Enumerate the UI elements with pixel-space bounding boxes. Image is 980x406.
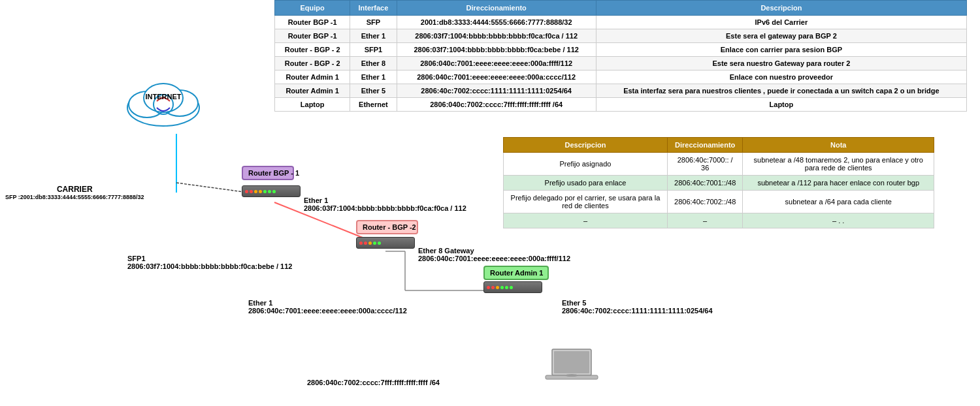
main-table: Equipo Interface Direccionamiento Descri…	[274, 0, 967, 112]
table-cell: –	[667, 213, 743, 228]
table-row: Prefijo usado para enlace2806:40c:7001::…	[504, 176, 934, 191]
table-cell: 2001:db8:3333:4444:5555:6666:7777:8888/3…	[397, 16, 596, 29]
svg-rect-14	[554, 351, 589, 373]
table-cell: 2806:040c:7001:eeee:eeee:eeee:000a:ffff/…	[397, 57, 596, 70]
table-cell: Prefijo delegado por el carrier, se usar…	[504, 191, 668, 213]
table-cell: Router BGP -1	[275, 29, 350, 43]
table-cell: Ether 8	[350, 57, 397, 70]
table-cell: Router - BGP - 2	[275, 57, 350, 70]
table-cell: IPv6 del Carrier	[596, 16, 966, 29]
col-interface: Interface	[350, 1, 397, 16]
table-cell: Ether 1	[350, 70, 397, 84]
router-admin1-device: Router Admin 1	[483, 281, 542, 293]
laptop-addr-label: 2806:040c:7002:cccc:7fff:ffff:ffff:ffff …	[307, 379, 440, 386]
table-row: Router - BGP - 2Ether 82806:040c:7001:ee…	[275, 57, 967, 70]
table-cell: Ether 1	[350, 29, 397, 43]
ether5-label: Ether 5 2806:40c:7002:cccc:1111:1111:111…	[562, 299, 713, 315]
table-cell: –	[504, 213, 668, 228]
table-cell: subnetear a /64 para cada cliente	[743, 191, 934, 213]
table-cell: Router Admin 1	[275, 84, 350, 98]
ether1-admin1-label: Ether 1 2806:040c:7001:eeee:eeee:eeee:00…	[248, 299, 407, 315]
router-admin1-label: Router Admin 1	[483, 266, 549, 280]
second-table: Descripcion Direccionamiento Nota Prefij…	[503, 137, 934, 228]
table-row: Router BGP -1Ether 12806:03f7:1004:bbbb:…	[275, 29, 967, 43]
table-cell: Router - BGP - 2	[275, 43, 350, 57]
col2-nota: Nota	[743, 138, 934, 153]
router-bgp2-label: Router - BGP -2	[356, 220, 418, 234]
table-cell: Ether 5	[350, 84, 397, 98]
table-cell: 2806:040c:7001:eeee:eeee:eeee:000a:cccc/…	[397, 70, 596, 84]
table-row: LaptopEthernet2806:040c:7002:cccc:7fff:f…	[275, 98, 967, 112]
router-bgp1-device: Router BGP - 1	[242, 185, 301, 197]
table-row: Router BGP -1SFP2001:db8:3333:4444:5555:…	[275, 16, 967, 29]
table-cell: Este sera el gateway para BGP 2	[596, 29, 966, 43]
table-cell: Prefijo asignado	[504, 153, 668, 176]
table-row: Router - BGP - 2SFP12806:03f7:1004:bbbb:…	[275, 43, 967, 57]
table-row: Prefijo delegado por el carrier, se usar…	[504, 191, 934, 213]
table-cell: Este sera nuestro Gateway para router 2	[596, 57, 966, 70]
carrier-label: CARRIER SFP :2001:db8:3333:4444:5555:666…	[5, 185, 144, 200]
table-row: Router Admin 1Ether 52806:40c:7002:cccc:…	[275, 84, 967, 98]
col-equipo: Equipo	[275, 1, 350, 16]
col-descripcion: Descripcion	[596, 1, 966, 16]
table-cell: Laptop	[596, 98, 966, 112]
table-cell: 2806:03f7:1004:bbbb:bbbb:bbbb:f0ca:bebe …	[397, 43, 596, 57]
router-bgp1-label: Router BGP - 1	[242, 166, 294, 180]
table-cell: 2806:40c:7002::/48	[667, 191, 743, 213]
table-row: Prefijo asignado2806:40c:7000:: / 36subn…	[504, 153, 934, 176]
svg-point-16	[565, 374, 578, 377]
ether8-label: Ether 8 Gateway 2806:040c:7001:eeee:eeee…	[418, 247, 570, 262]
laptop-icon	[542, 346, 601, 394]
ether1-bgp1-label: Ether 1 2806:03f7:1004:bbbb:bbbb:bbbb:f0…	[304, 196, 466, 212]
svg-line-7	[176, 183, 248, 193]
table-cell: SFP1	[350, 43, 397, 57]
sfp1-label: SFP1 2806:03f7:1004:bbbb:bbbb:bbbb:f0ca:…	[127, 255, 292, 270]
table-cell: – . .	[743, 213, 934, 228]
internet-label: INTERNET	[121, 93, 206, 101]
router-bgp2-device: Router - BGP -2	[356, 237, 415, 249]
table-cell: Router BGP -1	[275, 16, 350, 29]
table-cell: Prefijo usado para enlace	[504, 176, 668, 191]
table-cell: 2806:03f7:1004:bbbb:bbbb:bbbb:f0ca:f0ca …	[397, 29, 596, 43]
table-cell: 2806:40c:7001::/48	[667, 176, 743, 191]
col-direccionamiento: Direccionamiento	[397, 1, 596, 16]
table-cell: 2806:40c:7002:cccc:1111:1111:1111:0254/6…	[397, 84, 596, 98]
table-cell: subnetear a /48 tomaremos 2, uno para en…	[743, 153, 934, 176]
table-cell: Laptop	[275, 98, 350, 112]
table-cell: Router Admin 1	[275, 70, 350, 84]
table-row: ––– . .	[504, 213, 934, 228]
table-cell: 2806:040c:7002:cccc:7fff:ffff:ffff:ffff …	[397, 98, 596, 112]
table-cell: subnetear a /112 para hacer enlace con r…	[743, 176, 934, 191]
table-cell: Enlace con nuestro proveedor	[596, 70, 966, 84]
col2-descripcion: Descripcion	[504, 138, 668, 153]
table-cell: Enlace con carrier para sesion BGP	[596, 43, 966, 57]
table-cell: 2806:40c:7000:: / 36	[667, 153, 743, 176]
table-cell: Esta interfaz sera para nuestros cliente…	[596, 84, 966, 98]
internet-cloud: INTERNET	[121, 72, 206, 134]
table-row: Router Admin 1Ether 12806:040c:7001:eeee…	[275, 70, 967, 84]
col2-direccionamiento: Direccionamiento	[667, 138, 743, 153]
table-cell: Ethernet	[350, 98, 397, 112]
table-cell: SFP	[350, 16, 397, 29]
